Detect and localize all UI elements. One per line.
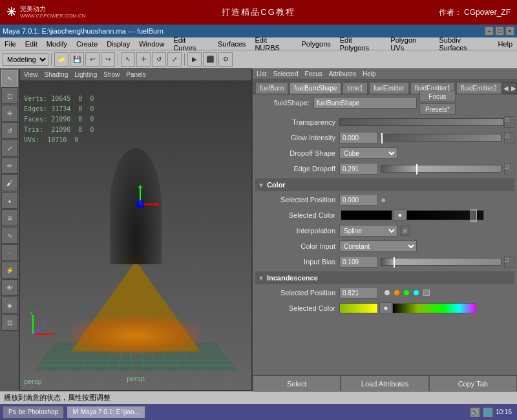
menu-edit-curves[interactable]: Edit Curves bbox=[171, 36, 211, 52]
menu-help[interactable]: Help bbox=[496, 40, 514, 48]
taskbar-maya-label: Maya 7.0.1: E:\jiao... bbox=[81, 408, 140, 415]
attr-menu-list[interactable]: List bbox=[257, 70, 267, 78]
menu-modify[interactable]: Modify bbox=[45, 40, 69, 48]
inc-color-swatch[interactable] bbox=[339, 303, 378, 313]
tool-show[interactable]: 👁 bbox=[1, 279, 18, 296]
menu-window[interactable]: Window bbox=[137, 40, 166, 48]
color-input-select[interactable]: Constant X Gradient Y Gradient bbox=[339, 240, 417, 252]
tab-fuelburnshape[interactable]: fuelBurnShape bbox=[290, 82, 341, 94]
copy-tab-button[interactable]: Copy Tab bbox=[429, 375, 517, 392]
menu-create[interactable]: Create bbox=[74, 40, 100, 48]
sel-color-swatch[interactable] bbox=[341, 210, 392, 220]
tb-move-btn[interactable]: ✛ bbox=[136, 52, 151, 67]
tb-scale-btn[interactable]: ⤢ bbox=[167, 52, 182, 67]
edge-dropoff-input[interactable] bbox=[339, 163, 378, 174]
menu-edit[interactable]: Edit bbox=[23, 40, 39, 48]
viewport-menu-panels[interactable]: Panels bbox=[126, 71, 146, 78]
tool-select[interactable]: ↖ bbox=[1, 70, 18, 87]
tab-fluidemitter2[interactable]: fluidEmitter2 bbox=[456, 82, 501, 94]
menu-display[interactable]: Display bbox=[105, 40, 132, 48]
edge-dropoff-end-btn[interactable]: □ bbox=[504, 163, 514, 174]
viewport[interactable]: View Shading Lighting Show Panels X Y bbox=[19, 68, 252, 391]
glow-slider[interactable] bbox=[381, 134, 501, 142]
inc-color-ramp[interactable] bbox=[392, 303, 476, 313]
inc-sel-color-label: Selected Color bbox=[255, 304, 339, 312]
menu-subdiv[interactable]: Subdiv Surfaces bbox=[437, 36, 491, 52]
tab-fuelburn[interactable]: fuelBurn bbox=[255, 82, 288, 94]
tb-save-btn[interactable]: 💾 bbox=[70, 52, 84, 67]
tool-snap[interactable]: ⊡ bbox=[1, 314, 18, 331]
tb-open-btn[interactable]: 📁 bbox=[54, 52, 69, 67]
tab-time1[interactable]: time1 bbox=[343, 82, 367, 94]
transparency-end-btn[interactable]: □ bbox=[504, 116, 514, 128]
tb-rotate-btn[interactable]: ↺ bbox=[152, 52, 166, 67]
sel-color-btn[interactable]: ■ bbox=[394, 209, 406, 221]
attr-menu-help[interactable]: Help bbox=[363, 70, 376, 78]
tab-arrow-left[interactable]: ◀ bbox=[503, 82, 509, 94]
glow-end-btn[interactable]: □ bbox=[504, 132, 514, 143]
tb-option-btn[interactable]: ⚙ bbox=[218, 52, 233, 67]
taskbar-system-icons: 🔊 🌐 10:16 bbox=[470, 407, 514, 417]
viewport-menu-shading[interactable]: Shading bbox=[45, 71, 69, 78]
transparency-slider[interactable] bbox=[339, 118, 504, 126]
tool-scale[interactable]: ⤢ bbox=[1, 140, 18, 156]
menu-file[interactable]: File bbox=[3, 40, 18, 48]
taskbar-maya[interactable]: M Maya 7.0.1: E:\jiao... bbox=[67, 406, 145, 419]
tb-render2-btn[interactable]: ⬛ bbox=[203, 52, 217, 67]
menu-edit-nurbs[interactable]: Edit NURBS bbox=[253, 36, 294, 52]
input-bias-slider[interactable] bbox=[381, 258, 501, 266]
glow-input[interactable] bbox=[339, 132, 378, 143]
tool-rotate[interactable]: ↺ bbox=[1, 122, 18, 139]
tool-artisan[interactable]: ⬥ bbox=[1, 192, 18, 209]
color-section-header[interactable]: ▼ Color bbox=[255, 178, 514, 191]
attr-menu-attributes[interactable]: Attributes bbox=[329, 70, 356, 78]
close-button[interactable]: × bbox=[505, 26, 514, 36]
tb-select-btn[interactable]: ↖ bbox=[121, 52, 135, 67]
viewport-menu-show[interactable]: Show bbox=[103, 71, 120, 78]
fluid-shape-input[interactable] bbox=[313, 97, 417, 109]
tb-render-btn[interactable]: ▶ bbox=[187, 52, 202, 67]
tool-sculpt[interactable]: ✏ bbox=[1, 157, 18, 174]
fluid-shape-label: fluidShape: bbox=[255, 99, 313, 107]
viewport-menu-lighting[interactable]: Lighting bbox=[74, 71, 97, 78]
input-bias-end-btn[interactable]: □ bbox=[504, 256, 514, 268]
attr-menu-selected[interactable]: Selected bbox=[273, 70, 299, 78]
mode-select[interactable]: Modeling bbox=[3, 53, 48, 66]
minimize-button[interactable]: − bbox=[485, 26, 494, 36]
dropoff-shape-select[interactable]: Cube Sphere Cone bbox=[339, 147, 397, 159]
inc-color-btn[interactable]: ■ bbox=[379, 302, 392, 314]
menu-polygon-uvs[interactable]: Polygon UVs bbox=[388, 36, 432, 52]
tb-redo-btn[interactable]: ↪ bbox=[101, 52, 115, 67]
menu-edit-polygons[interactable]: Edit Polygons bbox=[338, 36, 384, 52]
load-attributes-button[interactable]: Load Attributes bbox=[341, 375, 428, 392]
tool-hair[interactable]: ∿ bbox=[1, 227, 18, 244]
select-button[interactable]: Select bbox=[253, 375, 341, 392]
menu-surfaces[interactable]: Surfaces bbox=[216, 40, 248, 48]
interp-extra-btn[interactable]: ⊠ bbox=[400, 226, 410, 236]
viewport-menu-view[interactable]: View bbox=[24, 71, 38, 78]
input-bias-thumb bbox=[394, 257, 395, 268]
tab-fuelemitter[interactable]: fuelEmitter bbox=[369, 82, 409, 94]
tool-cloth[interactable]: ≋ bbox=[1, 209, 18, 226]
sel-pos-row: Selected Position ● bbox=[255, 193, 514, 207]
edge-dropoff-slider[interactable] bbox=[381, 165, 501, 173]
tab-arrow-right[interactable]: ▶ bbox=[511, 82, 517, 94]
tool-move[interactable]: ✛ bbox=[1, 105, 18, 121]
focus-button[interactable]: Focus bbox=[419, 90, 456, 102]
menu-polygons[interactable]: Polygons bbox=[300, 40, 333, 48]
tool-dynamics[interactable]: ⚡ bbox=[1, 262, 18, 278]
tb-undo-btn[interactable]: ↩ bbox=[85, 52, 100, 67]
tool-paint[interactable]: 🖌 bbox=[1, 174, 18, 191]
color-ramp[interactable] bbox=[406, 210, 484, 220]
tool-lasso[interactable]: ◻ bbox=[1, 87, 18, 104]
input-bias-input[interactable] bbox=[339, 256, 378, 268]
incandescence-section-header[interactable]: ▼ Incandescence bbox=[255, 271, 514, 284]
inc-sel-pos-input[interactable] bbox=[339, 287, 378, 299]
interp-select[interactable]: Spline Linear None bbox=[339, 225, 397, 236]
taskbar-photoshop[interactable]: Ps be Photoshop bbox=[3, 406, 64, 419]
sel-pos-input[interactable] bbox=[339, 194, 378, 205]
maximize-button[interactable]: □ bbox=[495, 26, 504, 36]
attr-menu-focus[interactable]: Focus bbox=[304, 70, 322, 78]
tool-particle[interactable]: · bbox=[1, 244, 18, 261]
tool-render[interactable]: ◈ bbox=[1, 297, 18, 313]
